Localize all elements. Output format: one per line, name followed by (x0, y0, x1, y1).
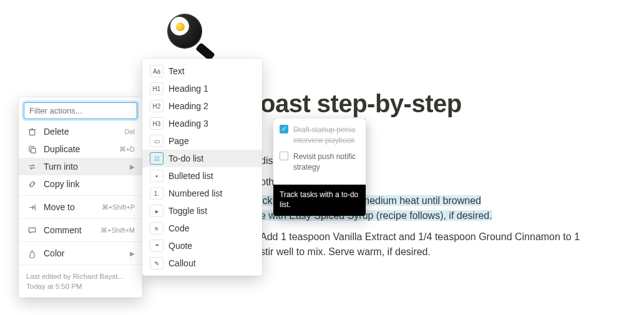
code-block-icon: ≡ (150, 222, 163, 235)
menu-divider (19, 241, 142, 242)
action-label: Move to (44, 202, 102, 212)
quote-block-icon: ❝ (150, 240, 163, 252)
turn-into-icon (26, 161, 37, 172)
tooltip-caption: Track tasks with a to-do list. (273, 185, 366, 216)
action-turn-into[interactable]: Turn into ▶ (19, 158, 142, 175)
turn-into-submenu: AaText H1Heading 1 H2Heading 2 H3Heading… (142, 59, 262, 276)
action-label: Color (44, 248, 127, 258)
action-label: Copy link (44, 179, 135, 189)
h1-block-icon: H1 (150, 82, 163, 95)
page-icon-fried-egg (162, 9, 212, 59)
action-kbd: ⌘+D (119, 145, 135, 153)
page-title: oast step-by-step (260, 90, 462, 118)
preview-unchecked-text: Revisit push notific strategy (293, 152, 359, 173)
todo-block-icon: ☑ (150, 152, 163, 165)
turn-into-numbered[interactable]: 1.Numbered list (142, 185, 262, 202)
preview-checkbox-checked-icon: ✓ (280, 125, 288, 133)
h3-block-icon: H3 (150, 117, 163, 130)
turn-into-code[interactable]: ≡Code (142, 220, 262, 237)
turn-into-h1[interactable]: H1Heading 1 (142, 80, 262, 97)
chevron-right-icon: ▶ (130, 163, 135, 170)
callout-block-icon: ✎ (150, 257, 163, 269)
move-to-icon (26, 201, 37, 213)
duplicate-icon (26, 143, 37, 155)
turn-into-tooltip: ✓ Draft startup perso interview playbook… (273, 119, 366, 216)
link-icon (26, 178, 37, 190)
action-kbd: Del (124, 128, 135, 135)
turn-into-h3[interactable]: H3Heading 3 (142, 115, 262, 132)
action-kbd: ⌘+Shift+P (102, 203, 135, 211)
action-copy-link[interactable]: Copy link (19, 175, 142, 193)
turn-into-bulleted[interactable]: •Bulleted list (142, 167, 262, 185)
menu-divider (19, 195, 142, 196)
turn-into-callout[interactable]: ✎Callout (142, 254, 262, 272)
action-kbd: ⌘+Shift+M (100, 226, 135, 235)
action-label: Duplicate (44, 144, 119, 154)
text-block-icon: Aa (150, 65, 163, 77)
turn-into-h2[interactable]: H2Heading 2 (142, 97, 262, 115)
block-actions-menu: Delete Del Duplicate ⌘+D Turn into ▶ Cop… (19, 97, 142, 298)
content-line-4: Add 1 teaspoon Vanilla Extract and 1/4 t… (260, 230, 619, 259)
menu-footer: Last edited by Richard Bayst... Today at… (19, 268, 142, 293)
page-block-icon: ▭ (150, 135, 163, 147)
chevron-right-icon: ▶ (130, 250, 135, 257)
h2-block-icon: H2 (150, 100, 163, 112)
comment-icon (26, 225, 37, 236)
preview-checkbox-unchecked-icon (280, 152, 288, 160)
numbered-block-icon: 1. (150, 187, 163, 200)
color-icon (26, 248, 37, 259)
trash-icon (26, 126, 37, 137)
turn-into-toggle[interactable]: ▸Toggle list (142, 202, 262, 220)
action-color[interactable]: Color ▶ (19, 245, 142, 262)
svg-rect-0 (29, 130, 34, 135)
turn-into-quote[interactable]: ❝Quote (142, 237, 262, 254)
turn-into-page[interactable]: ▭Page (142, 132, 262, 150)
filter-actions-input[interactable] (24, 102, 137, 119)
svg-rect-2 (31, 148, 36, 153)
bullet-block-icon: • (150, 170, 163, 182)
action-label: Comment (44, 225, 100, 235)
preview-checked-text: Draft startup perso interview playbook (293, 125, 359, 147)
menu-divider (19, 264, 142, 265)
turn-into-todo[interactable]: ☑To-do list (142, 150, 262, 167)
toggle-block-icon: ▸ (150, 205, 163, 217)
action-label: Turn into (44, 162, 127, 172)
action-delete[interactable]: Delete Del (19, 123, 142, 140)
turn-into-text[interactable]: AaText (142, 62, 262, 80)
menu-divider (19, 218, 142, 219)
action-move-to[interactable]: Move to ⌘+Shift+P (19, 198, 142, 216)
action-comment[interactable]: Comment ⌘+Shift+M (19, 221, 142, 239)
action-duplicate[interactable]: Duplicate ⌘+D (19, 140, 142, 158)
action-label: Delete (44, 127, 124, 137)
tooltip-preview: ✓ Draft startup perso interview playbook… (273, 119, 366, 185)
